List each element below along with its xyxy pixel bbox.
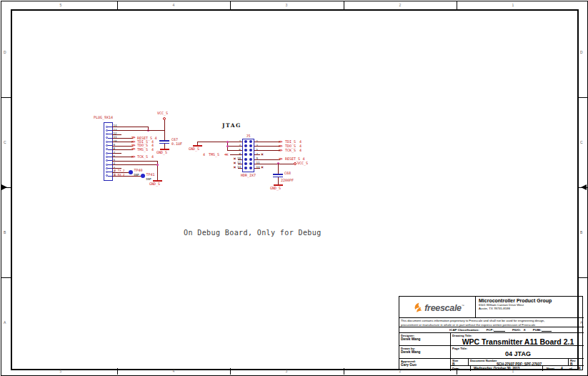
sheet-label: Sheet <box>547 367 554 370</box>
jtag-section-title: JTAG <box>222 122 241 129</box>
jtag-pin <box>244 158 247 161</box>
tp41-dnp: DNP <box>146 178 151 181</box>
zone-tick <box>117 1 118 9</box>
jtag-pin <box>249 162 252 165</box>
wire <box>112 142 133 142</box>
sheet-number: 4 <box>561 367 563 371</box>
pubi-label: PUBI: <box>533 328 542 332</box>
offpage-arrow: >> <box>131 155 135 159</box>
disclaimer-line-2: procurement or manufacture in whole or i… <box>401 323 584 327</box>
zone-row-label: B <box>580 230 582 234</box>
zone-col-label: 5 <box>60 369 62 373</box>
capacitor-c68 <box>273 174 283 175</box>
zone-col-label: 2 <box>399 3 402 7</box>
junction-dot <box>156 164 159 166</box>
sheet-ref: 4 <box>299 149 302 152</box>
docnum-cell: Document Number SCH-27937 PDF: SPF-27937 <box>469 359 568 366</box>
c68-value: 2200PF <box>281 179 294 182</box>
zone-tick <box>1 277 11 278</box>
debug-note: On Debug Board, Only for Debug <box>184 229 322 237</box>
date-value-cell: Wednesday, October 30, 2013 <box>470 366 542 371</box>
c68-refdes: C68 <box>284 172 291 175</box>
fcp-blank <box>494 328 505 332</box>
zone-tick <box>230 1 231 9</box>
wire <box>112 127 148 127</box>
net-label-gnd: GND_S <box>189 147 199 151</box>
zone-tick <box>117 368 118 375</box>
zone-tick <box>577 97 587 98</box>
tp41-refdes: TP41 <box>146 173 155 177</box>
wire <box>254 168 260 169</box>
sheet-ref: 4 <box>151 155 154 159</box>
zone-tick <box>344 368 344 375</box>
wire <box>254 142 280 142</box>
net-label-gnd: GND_S <box>149 182 160 186</box>
title-block: freescale™ Microcontroller Product Group… <box>399 296 583 370</box>
wire <box>254 150 280 151</box>
zone-col-label: 1 <box>512 3 514 7</box>
zone-col-label: 3 <box>286 3 288 7</box>
zone-tick <box>457 1 457 9</box>
drawing-title: WPC Transmitter A11 Board 2.1 <box>452 337 584 346</box>
j5-refdes: J5 <box>246 134 251 138</box>
drawn-by-cell: Drawn by: Derek Wang <box>399 346 451 359</box>
wire <box>197 142 242 142</box>
offpage-arrow: >> <box>279 157 282 162</box>
net-label-dtx: D_TX_2 <box>114 169 124 172</box>
freescale-logo: freescale™ <box>399 297 476 318</box>
zone-tick <box>577 277 587 278</box>
wire <box>238 168 242 169</box>
plug-refdes: PLUG_9X14 <box>94 116 113 119</box>
rev-cell: Rev B <box>568 359 584 366</box>
drawing-title-cell: Drawing Title: WPC Transmitter A11 Board… <box>451 333 584 346</box>
wire <box>278 177 279 184</box>
wire <box>112 146 133 147</box>
disclaimer: This document contains information propr… <box>399 318 584 327</box>
date-label: Date: <box>452 367 470 370</box>
center-marker <box>1 184 7 190</box>
zone-row-label: C <box>4 140 6 144</box>
wire <box>254 154 260 155</box>
wire <box>238 159 242 160</box>
c67-refdes: C67 <box>171 138 178 142</box>
zone-col-label: 3 <box>286 369 288 373</box>
jtag-pin <box>249 158 252 161</box>
offpage-arrow: << <box>224 153 228 157</box>
junction-dot <box>226 145 229 147</box>
vcc-symbol <box>163 117 166 120</box>
zone-tick <box>230 368 231 375</box>
wire <box>227 146 242 147</box>
testpoint-tp41 <box>141 174 145 178</box>
wire <box>238 164 242 164</box>
tp40-refdes: TP40 <box>134 169 143 172</box>
zone-tick <box>344 1 344 9</box>
zone-col-label: 4 <box>173 369 175 373</box>
sheet-ref: 4 <box>203 153 205 157</box>
wire <box>112 138 133 139</box>
net-label-tms: TMS_S <box>209 153 219 157</box>
wire <box>112 161 157 162</box>
wire <box>112 153 121 154</box>
wire <box>227 150 242 151</box>
sheet-of-label: of <box>569 367 572 370</box>
page-title: 04 JTAG <box>452 350 584 357</box>
c67-value: 0.1UF <box>171 142 182 146</box>
zone-col-label: 4 <box>173 3 175 7</box>
zone-row-label: B <box>4 230 6 234</box>
net-label-gnd: GND_S <box>156 151 167 154</box>
wire <box>112 164 157 165</box>
zone-row-label: C <box>580 140 583 144</box>
icap-label: ICAP Classification: <box>449 328 479 332</box>
schematic-page: 5 4 3 2 1 5 4 3 2 1 D C B A D C B A PLUG… <box>0 0 588 376</box>
size-cell: Size B <box>451 359 469 366</box>
wire <box>112 157 133 157</box>
designer-name: Derek Wang <box>401 337 450 342</box>
freescale-wordmark: freescale <box>424 303 462 313</box>
j5-partnum: HDR_2X7 <box>241 174 256 177</box>
testpoint-tp40 <box>129 170 133 174</box>
sheet-total: 4 <box>579 367 581 371</box>
fcp-label: FCP: <box>487 328 494 332</box>
wire <box>112 149 133 150</box>
wire <box>278 164 279 174</box>
zone-tick <box>1 97 11 98</box>
